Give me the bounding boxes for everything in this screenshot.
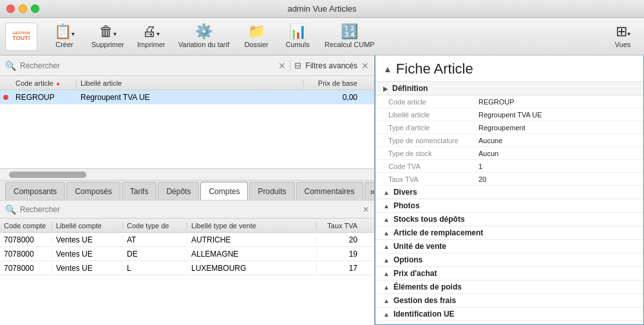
bcol-libelle-type-header[interactable]: Libellé type de vente bbox=[187, 222, 316, 230]
cumuls-button[interactable]: 📊 Cumuls bbox=[278, 21, 317, 53]
bcol-libelle-header[interactable]: Libellé compte bbox=[52, 222, 122, 230]
imprimer-button[interactable]: 🖨▾ Imprimer bbox=[132, 21, 171, 53]
bottom-search-input[interactable] bbox=[20, 205, 359, 214]
bottom-search-close-icon[interactable]: ✕ bbox=[363, 205, 369, 214]
horizontal-scrollbar[interactable] bbox=[0, 168, 374, 180]
minimize-button[interactable] bbox=[19, 5, 27, 13]
search-bar: 🔍 ✕ ⊟ Filtres avancés ✕ bbox=[0, 55, 374, 76]
section-gestion-frais-label: Gestion des frais bbox=[393, 296, 456, 305]
row-code: REGROUP bbox=[12, 93, 76, 102]
search-input[interactable] bbox=[20, 61, 274, 70]
field-code-article-value: REGROUP bbox=[478, 98, 515, 106]
supprimer-icon: 🗑▾ bbox=[99, 25, 117, 39]
creer-button[interactable]: 📋▾ Créer bbox=[45, 21, 84, 53]
tab-commentaires[interactable]: Commentaires bbox=[296, 182, 363, 200]
tab-comptes[interactable]: Comptes bbox=[200, 182, 248, 200]
section-produit-defaut[interactable]: ▲ Produit par défaut bbox=[375, 321, 643, 325]
bottom-row[interactable]: 7078000 Ventes UE AT AUTRICHE 20 bbox=[0, 233, 374, 247]
close-button[interactable] bbox=[6, 5, 15, 13]
main-content: 🔍 ✕ ⊟ Filtres avancés ✕ Code article ▲ bbox=[0, 55, 644, 325]
section-article-remplacement[interactable]: ▲ Article de remplacement bbox=[375, 226, 643, 240]
bottom-row[interactable]: 7078000 Ventes UE L LUXEMBOURG 17 bbox=[0, 261, 374, 275]
section-prix-achat[interactable]: ▲ Prix d'achat bbox=[375, 267, 643, 281]
variation-button[interactable]: ⚙️ Variation du tarif bbox=[173, 21, 234, 53]
search-clear-icon[interactable]: ✕ bbox=[278, 61, 286, 71]
filter-icon: ⊟ bbox=[294, 61, 301, 70]
dossier-button[interactable]: 📁 Dossier bbox=[237, 21, 276, 53]
right-panel: ▲ Fiche Article ▶ Définition Code articl… bbox=[375, 55, 644, 325]
toolbar: GESTION TOUT! 📋▾ Créer 🗑▾ Supprimer 🖨▾ I… bbox=[0, 18, 644, 55]
col-prix-header[interactable]: Prix de base bbox=[303, 79, 361, 87]
sort-arrow-icon: ▲ bbox=[55, 80, 61, 86]
table-body: REGROUP Regroupent TVA UE 0,00 bbox=[0, 90, 374, 168]
filter-close-icon[interactable]: ✕ bbox=[361, 61, 369, 71]
brow-code: 7078000 bbox=[0, 250, 52, 259]
section-stocks-tous-depots[interactable]: ▲ Stocks tous dépôts bbox=[375, 213, 643, 226]
field-taux-tva-value: 20 bbox=[478, 175, 486, 183]
section-elements-poids-label: Éléments de poids bbox=[393, 282, 462, 291]
col-code-header[interactable]: Code article ▲ bbox=[12, 79, 76, 87]
section-divers-label: Divers bbox=[393, 188, 417, 197]
row-dot bbox=[3, 95, 8, 100]
col-libelle-header[interactable]: Libellé article bbox=[76, 79, 303, 87]
section-photos[interactable]: ▲ Photos bbox=[375, 199, 643, 213]
tabs-bar: Composants Composés Tarifs Dépôts Compte… bbox=[0, 180, 374, 201]
field-libelle-article-label: Libellé article bbox=[388, 111, 478, 119]
section-unite-vente[interactable]: ▲ Unité de vente bbox=[375, 240, 643, 253]
elements-poids-expand-icon: ▲ bbox=[383, 284, 390, 291]
col-libelle-label: Libellé article bbox=[80, 79, 122, 87]
tab-composants[interactable]: Composants bbox=[5, 182, 65, 200]
tab-composes[interactable]: Composés bbox=[66, 182, 120, 200]
scrollbar-thumb[interactable] bbox=[9, 172, 86, 178]
section-gestion-frais[interactable]: ▲ Gestion des frais bbox=[375, 294, 643, 308]
brow-code-type: DE bbox=[122, 250, 187, 259]
fiche-collapse-icon[interactable]: ▲ bbox=[383, 64, 392, 74]
supprimer-button[interactable]: 🗑▾ Supprimer bbox=[86, 21, 129, 53]
section-definition-header[interactable]: ▶ Définition bbox=[375, 82, 643, 95]
tab-depots[interactable]: Dépôts bbox=[158, 182, 199, 200]
bottom-row[interactable]: 7078000 Ventes UE DE ALLEMAGNE 19 bbox=[0, 247, 374, 261]
section-options-label: Options bbox=[393, 255, 422, 264]
field-type-nomenclature: Type de nomenclature Aucune bbox=[375, 134, 643, 147]
photos-expand-icon: ▲ bbox=[383, 202, 390, 210]
vues-button[interactable]: ⊞▾ Vues bbox=[607, 21, 639, 53]
brow-code-type: AT bbox=[122, 235, 187, 244]
window-controls bbox=[6, 5, 39, 13]
maximize-button[interactable] bbox=[31, 5, 39, 13]
field-type-article-value: Regroupement bbox=[478, 124, 526, 132]
titlebar: admin Vue Articles bbox=[0, 0, 644, 18]
field-code-tva-label: Code TVA bbox=[388, 162, 478, 170]
bcol-code-type-header[interactable]: Code type de bbox=[122, 222, 187, 230]
section-definition-label: Définition bbox=[392, 84, 428, 93]
fiche-header: ▲ Fiche Article bbox=[375, 55, 643, 82]
window-title: admin Vue Articles bbox=[287, 4, 356, 14]
field-type-stock: Type de stock Aucun bbox=[375, 147, 643, 160]
fiche-definition-section: ▶ Définition Code article REGROUP Libell… bbox=[375, 82, 643, 186]
section-divers[interactable]: ▲ Divers bbox=[375, 186, 643, 199]
bcol-code-header[interactable]: Code compte bbox=[0, 222, 52, 230]
field-type-article: Type d'article Regroupement bbox=[375, 121, 643, 134]
table-header: Code article ▲ Libellé article Prix de b… bbox=[0, 76, 374, 90]
imprimer-icon: 🖨▾ bbox=[142, 25, 160, 39]
field-code-article-label: Code article bbox=[388, 98, 478, 106]
section-identification-ue[interactable]: ▲ Identification UE bbox=[375, 308, 643, 321]
tab-tarifs[interactable]: Tarifs bbox=[122, 182, 157, 200]
variation-icon: ⚙️ bbox=[195, 25, 213, 39]
row-prix: 0,00 bbox=[303, 93, 361, 102]
table-row[interactable]: REGROUP Regroupent TVA UE 0,00 bbox=[0, 90, 374, 104]
field-type-article-label: Type d'article bbox=[388, 124, 478, 132]
tab-produits[interactable]: Produits bbox=[249, 182, 294, 200]
brow-code: 7078000 bbox=[0, 235, 52, 244]
tab-more[interactable]: » bbox=[365, 182, 374, 200]
bottom-table-body: 7078000 Ventes UE AT AUTRICHE 20 7078000… bbox=[0, 233, 374, 325]
brow-taux: 17 bbox=[316, 264, 361, 273]
bcol-taux-header[interactable]: Taux TVA bbox=[316, 222, 361, 230]
filter-label[interactable]: Filtres avancés bbox=[305, 61, 357, 70]
creer-icon: 📋▾ bbox=[54, 25, 75, 39]
field-type-nomenclature-label: Type de nomenclature bbox=[388, 137, 478, 144]
recalcul-button[interactable]: 🔢 Recalcul CUMP bbox=[319, 21, 380, 53]
brow-libelle: Ventes UE bbox=[52, 264, 122, 273]
section-options[interactable]: ▲ Options bbox=[375, 253, 643, 267]
field-libelle-article-value: Regroupent TVA UE bbox=[478, 111, 542, 119]
section-elements-poids[interactable]: ▲ Éléments de poids bbox=[375, 281, 643, 294]
